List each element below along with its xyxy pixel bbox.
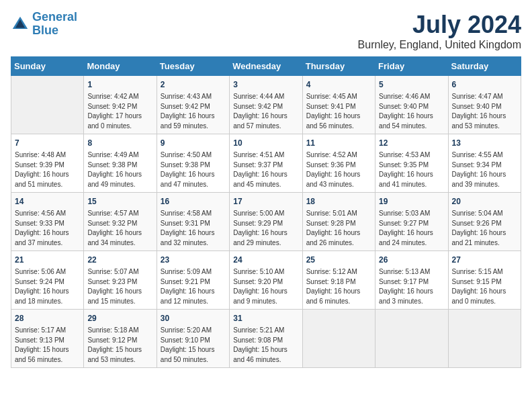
calendar-cell: 20Sunrise: 5:04 AM Sunset: 9:26 PM Dayli… [448,193,521,251]
day-info: Sunrise: 5:13 AM Sunset: 9:17 PM Dayligh… [379,267,444,306]
calendar-week-row: 21Sunrise: 5:06 AM Sunset: 9:24 PM Dayli… [11,251,521,310]
calendar-cell: 9Sunrise: 4:50 AM Sunset: 9:38 PM Daylig… [157,134,229,193]
calendar-cell: 22Sunrise: 5:07 AM Sunset: 9:23 PM Dayli… [84,251,157,310]
day-number: 30 [161,312,226,324]
calendar-cell [11,76,84,134]
calendar-cell: 1Sunrise: 4:42 AM Sunset: 9:42 PM Daylig… [84,76,157,134]
day-number: 31 [233,312,298,324]
day-info: Sunrise: 5:12 AM Sunset: 9:18 PM Dayligh… [306,267,371,306]
day-info: Sunrise: 4:43 AM Sunset: 9:42 PM Dayligh… [161,92,226,131]
day-info: Sunrise: 4:53 AM Sunset: 9:35 PM Dayligh… [379,150,444,189]
day-number: 2 [161,79,226,91]
calendar-cell: 29Sunrise: 5:18 AM Sunset: 9:12 PM Dayli… [84,310,157,368]
day-number: 27 [452,254,517,266]
location-text: Burnley, England, United Kingdom [358,39,521,51]
day-number: 22 [87,254,152,266]
calendar-cell: 3Sunrise: 4:44 AM Sunset: 9:42 PM Daylig… [230,76,302,134]
day-info: Sunrise: 5:17 AM Sunset: 9:13 PM Dayligh… [15,326,80,365]
calendar-cell: 2Sunrise: 4:43 AM Sunset: 9:42 PM Daylig… [157,76,229,134]
day-number: 3 [233,79,298,91]
day-info: Sunrise: 5:18 AM Sunset: 9:12 PM Dayligh… [87,326,152,365]
calendar-cell [375,310,448,368]
day-info: Sunrise: 5:00 AM Sunset: 9:29 PM Dayligh… [233,209,298,248]
day-info: Sunrise: 4:50 AM Sunset: 9:38 PM Dayligh… [161,150,226,189]
day-number: 18 [306,195,371,208]
day-number: 6 [452,79,517,91]
calendar-cell: 21Sunrise: 5:06 AM Sunset: 9:24 PM Dayli… [11,251,84,310]
calendar-cell: 18Sunrise: 5:01 AM Sunset: 9:28 PM Dayli… [302,193,375,251]
calendar-header: SundayMondayTuesdayWednesdayThursdayFrid… [11,57,521,76]
calendar-week-row: 28Sunrise: 5:17 AM Sunset: 9:13 PM Dayli… [11,310,521,368]
day-info: Sunrise: 4:45 AM Sunset: 9:41 PM Dayligh… [306,92,371,131]
calendar-cell [448,310,521,368]
calendar-cell: 11Sunrise: 4:52 AM Sunset: 9:36 PM Dayli… [302,134,375,193]
logo: General Blue [11,11,77,38]
calendar-body: 1Sunrise: 4:42 AM Sunset: 9:42 PM Daylig… [11,76,521,368]
day-info: Sunrise: 5:06 AM Sunset: 9:24 PM Dayligh… [15,267,80,306]
day-number: 26 [379,254,444,266]
day-number: 11 [306,137,371,149]
day-info: Sunrise: 4:46 AM Sunset: 9:40 PM Dayligh… [379,92,444,131]
day-number: 15 [87,195,152,208]
calendar-week-row: 1Sunrise: 4:42 AM Sunset: 9:42 PM Daylig… [11,76,521,134]
day-info: Sunrise: 4:57 AM Sunset: 9:32 PM Dayligh… [87,209,152,248]
day-info: Sunrise: 5:21 AM Sunset: 9:08 PM Dayligh… [233,326,298,365]
day-number: 7 [15,137,80,149]
page-header: General Blue July 2024 Burnley, England,… [11,11,521,51]
calendar-cell: 24Sunrise: 5:10 AM Sunset: 9:20 PM Dayli… [230,251,302,310]
weekday-header: Sunday [11,57,84,76]
weekday-row: SundayMondayTuesdayWednesdayThursdayFrid… [11,57,521,76]
day-number: 21 [15,254,80,266]
day-info: Sunrise: 4:51 AM Sunset: 9:37 PM Dayligh… [233,150,298,189]
day-info: Sunrise: 5:03 AM Sunset: 9:27 PM Dayligh… [379,209,444,248]
day-info: Sunrise: 5:15 AM Sunset: 9:15 PM Dayligh… [452,267,517,306]
day-number: 29 [87,312,152,324]
day-number: 16 [161,195,226,208]
calendar-cell: 6Sunrise: 4:47 AM Sunset: 9:40 PM Daylig… [448,76,521,134]
calendar-cell: 12Sunrise: 4:53 AM Sunset: 9:35 PM Dayli… [375,134,448,193]
calendar-table: SundayMondayTuesdayWednesdayThursdayFrid… [11,56,521,368]
weekday-header: Friday [375,57,448,76]
day-info: Sunrise: 4:55 AM Sunset: 9:34 PM Dayligh… [452,150,517,189]
day-info: Sunrise: 4:44 AM Sunset: 9:42 PM Dayligh… [233,92,298,131]
day-info: Sunrise: 4:47 AM Sunset: 9:40 PM Dayligh… [452,92,517,131]
calendar-cell: 26Sunrise: 5:13 AM Sunset: 9:17 PM Dayli… [375,251,448,310]
calendar-cell: 30Sunrise: 5:20 AM Sunset: 9:10 PM Dayli… [157,310,229,368]
weekday-header: Wednesday [230,57,302,76]
day-number: 12 [379,137,444,149]
logo-text: General Blue [32,11,77,38]
calendar-cell: 7Sunrise: 4:48 AM Sunset: 9:39 PM Daylig… [11,134,84,193]
day-number: 5 [379,79,444,91]
calendar-cell: 28Sunrise: 5:17 AM Sunset: 9:13 PM Dayli… [11,310,84,368]
calendar-cell: 23Sunrise: 5:09 AM Sunset: 9:21 PM Dayli… [157,251,229,310]
calendar-cell: 4Sunrise: 4:45 AM Sunset: 9:41 PM Daylig… [302,76,375,134]
day-number: 4 [306,79,371,91]
day-number: 17 [233,195,298,208]
logo-icon [11,15,30,34]
month-year-title: July 2024 [358,11,521,39]
day-info: Sunrise: 5:04 AM Sunset: 9:26 PM Dayligh… [452,209,517,248]
day-number: 9 [161,137,226,149]
day-number: 23 [161,254,226,266]
calendar-cell: 8Sunrise: 4:49 AM Sunset: 9:38 PM Daylig… [84,134,157,193]
day-number: 28 [15,312,80,324]
day-number: 24 [233,254,298,266]
day-number: 25 [306,254,371,266]
day-number: 19 [379,195,444,208]
calendar-cell: 25Sunrise: 5:12 AM Sunset: 9:18 PM Dayli… [302,251,375,310]
day-info: Sunrise: 4:58 AM Sunset: 9:31 PM Dayligh… [161,209,226,248]
title-block: July 2024 Burnley, England, United Kingd… [358,11,521,51]
day-info: Sunrise: 5:09 AM Sunset: 9:21 PM Dayligh… [161,267,226,306]
day-number: 1 [87,79,152,91]
calendar-cell: 27Sunrise: 5:15 AM Sunset: 9:15 PM Dayli… [448,251,521,310]
weekday-header: Tuesday [157,57,229,76]
calendar-cell: 19Sunrise: 5:03 AM Sunset: 9:27 PM Dayli… [375,193,448,251]
day-info: Sunrise: 5:01 AM Sunset: 9:28 PM Dayligh… [306,209,371,248]
day-number: 20 [452,195,517,208]
weekday-header: Thursday [302,57,375,76]
day-number: 8 [87,137,152,149]
day-number: 14 [15,195,80,208]
calendar-week-row: 7Sunrise: 4:48 AM Sunset: 9:39 PM Daylig… [11,134,521,193]
weekday-header: Monday [84,57,157,76]
day-info: Sunrise: 4:48 AM Sunset: 9:39 PM Dayligh… [15,150,80,189]
